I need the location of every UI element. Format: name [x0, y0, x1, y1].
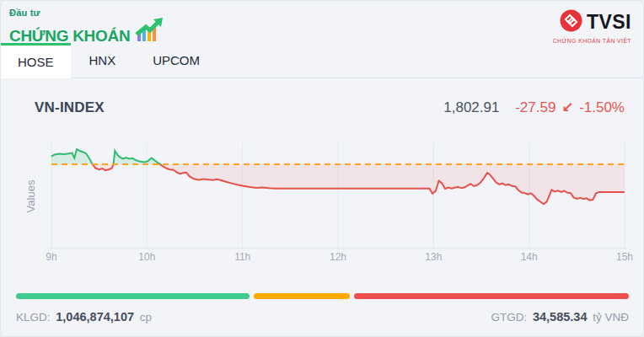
growth-chart-icon	[135, 18, 164, 45]
brand-tagline: Đầu tư	[9, 8, 164, 18]
brand-title: CHỨNG KHOÁN	[9, 28, 130, 45]
index-quote: 1,802.91 -27.59 ↙ -1.50%	[443, 99, 625, 116]
index-value: 1,802.91	[443, 99, 499, 115]
x-tick-label: 11h	[234, 251, 250, 263]
tab-hose[interactable]: HOSE	[1, 43, 71, 78]
x-tick-label: 9h	[46, 251, 56, 263]
tvsi-logo: TVSI CHỨNG KHOÁN TÂN VIỆT	[553, 9, 631, 44]
gtgd-value: 34,585.34	[533, 310, 588, 324]
tvsi-name: TVSI	[587, 13, 631, 32]
x-tick-label: 14h	[521, 251, 538, 263]
tab-hnx[interactable]: HNX	[71, 43, 135, 78]
session-stats: KLGD: 1,046,874,107 cp GTGD: 34,585.34 t…	[16, 310, 629, 324]
tab-upcom[interactable]: UPCOM	[134, 43, 218, 78]
klgd-unit: cp	[140, 311, 152, 324]
x-tick-label: 12h	[330, 251, 346, 263]
progress-segment-red	[354, 293, 629, 299]
down-left-arrow-icon: ↙	[561, 99, 573, 115]
market-index-widget: Đầu tư CHỨNG KHOÁN	[0, 0, 644, 337]
tvsi-knot-icon	[560, 9, 582, 35]
chart-svg: 9h10h11h12h13h14h15h Values	[1, 133, 644, 264]
exchange-tabs: HOSE HNX UPCOM	[1, 43, 643, 78]
progress-segment-green	[16, 293, 250, 299]
session-progress-bar	[16, 293, 629, 299]
x-tick-label: 10h	[138, 251, 155, 263]
brand-logo: Đầu tư CHỨNG KHOÁN	[9, 8, 164, 45]
intraday-price-chart[interactable]: 9h10h11h12h13h14h15h Values	[1, 133, 644, 264]
x-tick-label: 13h	[425, 251, 442, 263]
index-name: VN-INDEX	[35, 99, 105, 116]
progress-segment-yellow	[254, 293, 350, 299]
klgd-value: 1,046,874,107	[56, 310, 134, 324]
klgd-label: KLGD:	[16, 311, 51, 324]
gtgd-stat: GTGD: 34,585.34 tỷ VNĐ	[491, 310, 629, 324]
x-tick-label: 15h	[616, 251, 633, 263]
index-change: -27.59	[515, 99, 555, 115]
gtgd-unit: tỷ VNĐ	[593, 311, 629, 324]
klgd-stat: KLGD: 1,046,874,107 cp	[16, 310, 152, 324]
gtgd-label: GTGD:	[491, 311, 527, 324]
y-axis-label: Values	[24, 179, 37, 212]
index-change-pct: -1.50%	[579, 99, 625, 115]
index-header: VN-INDEX 1,802.91 -27.59 ↙ -1.50%	[35, 99, 625, 116]
